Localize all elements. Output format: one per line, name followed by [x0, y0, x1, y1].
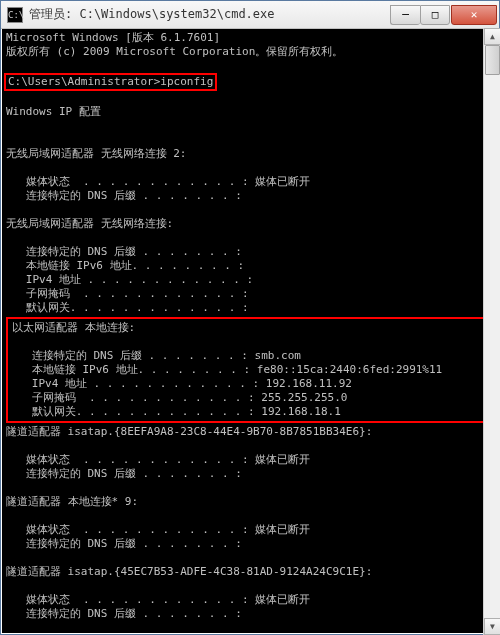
console-output[interactable]: Microsoft Windows [版本 6.1.7601] 版权所有 (c)… — [1, 29, 499, 634]
tun3-dns: 连接特定的 DNS 后缀 . . . . . . . : — [6, 607, 242, 620]
window-controls: ─ □ ✕ — [390, 5, 497, 25]
adapter-tun3-title: 隧道适配器 isatap.{45EC7B53-ADFE-4C38-81AD-91… — [6, 565, 372, 578]
copyright-line: 版权所有 (c) 2009 Microsoft Corporation。保留所有… — [6, 45, 343, 58]
ipconfig-title: Windows IP 配置 — [6, 105, 101, 118]
minimize-button[interactable]: ─ — [390, 5, 420, 25]
header-line: Microsoft Windows [版本 6.1.7601] — [6, 31, 220, 44]
adapter-tun2-title: 隧道适配器 本地连接* 9: — [6, 495, 138, 508]
wlan2-dns: 连接特定的 DNS 后缀 . . . . . . . : — [6, 189, 242, 202]
eth-ipv4: IPv4 地址 . . . . . . . . . . . . : 192.16… — [12, 377, 352, 390]
adapter-eth-title: 以太网适配器 本地连接: — [12, 321, 135, 334]
maximize-button[interactable]: □ — [420, 5, 450, 25]
eth-mask: 子网掩码 . . . . . . . . . . . . : 255.255.2… — [12, 391, 347, 404]
ethernet-highlight: 以太网适配器 本地连接: 连接特定的 DNS 后缀 . . . . . . . … — [6, 317, 494, 423]
tun2-dns: 连接特定的 DNS 后缀 . . . . . . . : — [6, 537, 242, 550]
eth-gw: 默认网关. . . . . . . . . . . . . : 192.168.… — [12, 405, 341, 418]
wlan2-media: 媒体状态 . . . . . . . . . . . . : 媒体已断开 — [6, 175, 310, 188]
scroll-down-button[interactable]: ▼ — [484, 618, 500, 635]
cmd-icon: C:\ — [7, 7, 23, 23]
adapter-tun1-title: 隧道适配器 isatap.{8EEFA9A8-23C8-44E4-9B70-8B… — [6, 425, 372, 438]
tun3-media: 媒体状态 . . . . . . . . . . . . : 媒体已断开 — [6, 593, 310, 606]
adapter-wlan-title: 无线局域网适配器 无线网络连接: — [6, 217, 173, 230]
wlan-dns: 连接特定的 DNS 后缀 . . . . . . . : — [6, 245, 242, 258]
scroll-thumb[interactable] — [485, 45, 500, 75]
tun1-dns: 连接特定的 DNS 后缀 . . . . . . . : — [6, 467, 242, 480]
command-highlight: C:\Users\Administrator>ipconfig — [4, 73, 217, 91]
eth-ipv6: 本地链接 IPv6 地址. . . . . . . . : fe80::15ca… — [12, 363, 442, 376]
window-title: 管理员: C:\Windows\system32\cmd.exe — [29, 6, 390, 23]
eth-dns: 连接特定的 DNS 后缀 . . . . . . . : smb.com — [12, 349, 301, 362]
scroll-up-button[interactable]: ▲ — [484, 28, 500, 45]
tun1-media: 媒体状态 . . . . . . . . . . . . : 媒体已断开 — [6, 453, 310, 466]
wlan-ipv4: IPv4 地址 . . . . . . . . . . . . : — [6, 273, 253, 286]
titlebar[interactable]: C:\ 管理员: C:\Windows\system32\cmd.exe ─ □… — [1, 1, 499, 29]
wlan-ipv6: 本地链接 IPv6 地址. . . . . . . . : — [6, 259, 244, 272]
wlan-mask: 子网掩码 . . . . . . . . . . . . : — [6, 287, 249, 300]
close-button[interactable]: ✕ — [451, 5, 497, 25]
tun2-media: 媒体状态 . . . . . . . . . . . . : 媒体已断开 — [6, 523, 310, 536]
wlan-gw: 默认网关. . . . . . . . . . . . . : — [6, 301, 249, 314]
adapter-wlan2-title: 无线局域网适配器 无线网络连接 2: — [6, 147, 187, 160]
cmd-window: C:\ 管理员: C:\Windows\system32\cmd.exe ─ □… — [0, 0, 500, 635]
vertical-scrollbar[interactable]: ▲ ▼ — [483, 28, 500, 635]
